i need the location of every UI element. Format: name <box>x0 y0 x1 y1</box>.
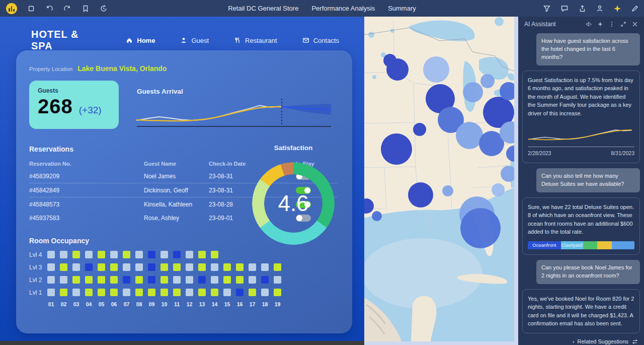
filter-icon[interactable] <box>543 5 551 13</box>
map-bubble[interactable] <box>423 56 449 83</box>
room-cell[interactable] <box>198 263 206 271</box>
room-cell[interactable] <box>148 276 155 284</box>
app-logo-icon[interactable] <box>6 3 17 14</box>
nav-guest[interactable]: Guest <box>180 37 209 44</box>
room-cell[interactable] <box>236 263 244 271</box>
share-icon[interactable] <box>578 5 586 13</box>
room-cell[interactable] <box>223 276 231 284</box>
room-cell[interactable] <box>135 263 143 271</box>
map-bubble[interactable] <box>506 146 514 162</box>
room-cell[interactable] <box>274 289 281 296</box>
room-cell[interactable] <box>60 289 67 296</box>
room-cell[interactable] <box>98 251 105 258</box>
sparkle-icon[interactable] <box>597 21 603 27</box>
room-cell[interactable] <box>47 276 55 284</box>
room-cell[interactable] <box>186 263 193 271</box>
room-cell[interactable] <box>186 276 193 284</box>
room-cell[interactable] <box>236 289 244 296</box>
room-cell[interactable] <box>211 289 218 296</box>
room-cell[interactable] <box>98 263 105 271</box>
room-cell[interactable] <box>261 263 269 271</box>
room-cell[interactable] <box>249 289 256 296</box>
room-cell[interactable] <box>148 289 155 296</box>
map-bubble[interactable] <box>501 166 514 182</box>
map-bubble[interactable] <box>408 182 433 208</box>
map-bubble[interactable] <box>413 123 426 136</box>
room-cell[interactable] <box>135 289 143 296</box>
mute-icon[interactable] <box>586 21 592 27</box>
room-cell[interactable] <box>223 289 231 296</box>
room-cell[interactable] <box>223 263 231 271</box>
map-bubble[interactable] <box>442 185 453 196</box>
room-cell[interactable] <box>47 263 55 271</box>
room-cell[interactable] <box>72 251 80 258</box>
map-bubble[interactable] <box>460 208 501 248</box>
room-cell[interactable] <box>173 276 181 284</box>
map-bubble[interactable] <box>386 58 409 81</box>
nav-contacts[interactable]: Contacts <box>302 37 339 44</box>
room-cell[interactable] <box>261 289 269 296</box>
ai-assistant-icon[interactable] <box>613 5 621 13</box>
expand-icon[interactable] <box>620 21 626 27</box>
map-bubble[interactable] <box>381 133 412 165</box>
related-suggestions-button[interactable]: › Related Suggestions <box>522 338 638 345</box>
comment-icon[interactable] <box>560 5 569 13</box>
room-cell[interactable] <box>123 263 130 271</box>
room-cell[interactable] <box>85 276 93 284</box>
room-cell[interactable] <box>211 263 218 271</box>
map-bubble[interactable] <box>456 122 483 149</box>
room-cell[interactable] <box>198 251 206 258</box>
room-cell[interactable] <box>148 251 155 258</box>
room-cell[interactable] <box>110 263 118 271</box>
room-cell[interactable] <box>72 276 80 284</box>
room-cell[interactable] <box>135 276 143 284</box>
room-cell[interactable] <box>110 251 118 258</box>
room-cell[interactable] <box>236 276 244 284</box>
guests-kpi-card[interactable]: Guests 268 (+32) <box>29 81 119 129</box>
room-cell[interactable] <box>123 251 130 258</box>
undo-icon[interactable] <box>45 5 53 13</box>
room-cell[interactable] <box>98 276 105 284</box>
room-cell[interactable] <box>173 263 181 271</box>
room-cell[interactable] <box>148 263 155 271</box>
room-cell[interactable] <box>274 263 281 271</box>
map-bubble[interactable] <box>463 82 483 102</box>
geo-bubble-map[interactable] <box>364 17 514 341</box>
room-cell[interactable] <box>173 289 181 296</box>
nav-restaurant[interactable]: Restaurant <box>234 37 277 44</box>
room-cell[interactable] <box>173 251 181 258</box>
history-icon[interactable] <box>100 5 108 13</box>
room-cell[interactable] <box>123 289 130 296</box>
room-cell[interactable] <box>186 289 193 296</box>
room-cell[interactable] <box>160 276 168 284</box>
more-options-icon[interactable] <box>609 21 615 27</box>
user-icon[interactable] <box>596 5 604 13</box>
room-cell[interactable] <box>110 289 118 296</box>
room-cell[interactable] <box>160 251 168 258</box>
map-bubble[interactable] <box>372 211 382 221</box>
room-cell[interactable] <box>261 276 269 284</box>
room-cell[interactable] <box>135 251 143 258</box>
map-bubble[interactable] <box>492 183 505 196</box>
room-cell[interactable] <box>274 276 281 284</box>
map-bubble[interactable] <box>364 198 374 214</box>
close-icon[interactable] <box>632 21 638 27</box>
redo-icon[interactable] <box>63 5 71 13</box>
room-cell[interactable] <box>160 289 168 296</box>
room-cell[interactable] <box>198 289 206 296</box>
room-cell[interactable] <box>110 276 118 284</box>
room-cell[interactable] <box>47 251 55 258</box>
edit-icon[interactable] <box>631 5 639 13</box>
room-cell[interactable] <box>98 289 105 296</box>
room-cell[interactable] <box>123 276 130 284</box>
room-cell[interactable] <box>47 289 55 296</box>
room-cell[interactable] <box>60 251 67 258</box>
room-cell[interactable] <box>85 251 93 258</box>
room-cell[interactable] <box>60 276 67 284</box>
map-bubble[interactable] <box>480 74 495 88</box>
nav-home[interactable]: Home <box>126 37 155 44</box>
bookmark-icon[interactable] <box>82 5 90 13</box>
room-cell[interactable] <box>249 263 256 271</box>
room-cell[interactable] <box>211 276 218 284</box>
room-cell[interactable] <box>72 263 80 271</box>
